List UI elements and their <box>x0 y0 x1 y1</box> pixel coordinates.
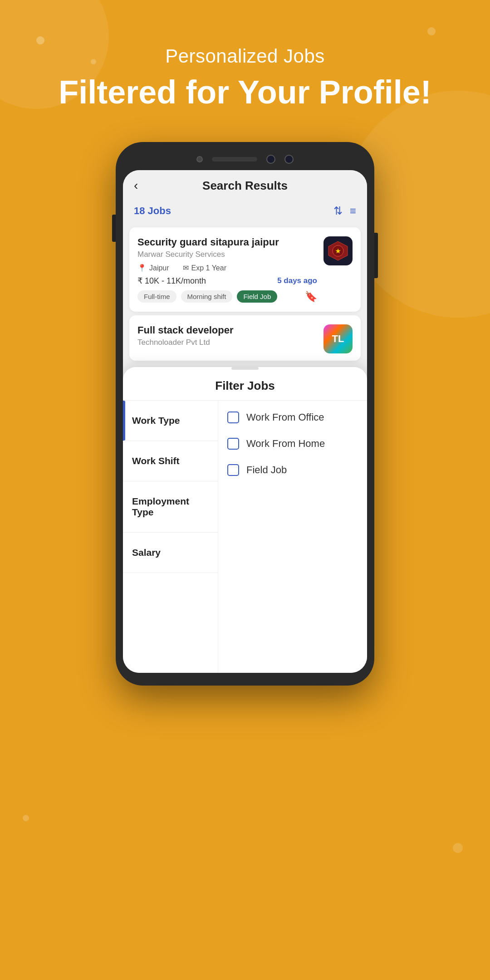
header-section: Personalized Jobs Filtered for Your Prof… <box>0 0 490 128</box>
job-card-2[interactable]: Full stack developer Technoloader Pvt Lt… <box>129 315 361 361</box>
phone-container: ‹ Search Results 18 Jobs ⇅ ≡ Security gu… <box>116 142 374 686</box>
job-company: Marwar Security Services <box>137 250 317 259</box>
header-title: Filtered for Your Profile! <box>27 74 463 110</box>
job-location: 📍 Jaipur <box>137 264 169 272</box>
job-tag-morning: Morning shift <box>181 290 233 303</box>
header-subtitle: Personalized Jobs <box>27 45 463 67</box>
filter-content: Work From Office Work From Home Field Jo… <box>218 401 367 673</box>
job-salary: ₹ 10K - 11K/month <box>137 276 206 286</box>
filter-option-field-job[interactable]: Field Job <box>227 464 358 476</box>
bg-dot-5 <box>453 843 463 853</box>
page-title: Search Results <box>202 179 288 193</box>
phone-sensor <box>284 155 294 164</box>
company-logo-2: TL <box>323 324 353 353</box>
phone-front-camera <box>266 155 275 164</box>
filter-option-work-from-home[interactable]: Work From Home <box>227 438 358 450</box>
checkbox-field-job[interactable] <box>227 464 239 476</box>
filter-sidebar-employment-type[interactable]: Employment Type <box>123 481 218 533</box>
bookmark-icon[interactable]: 🔖 <box>305 291 317 303</box>
filter-icon[interactable]: ≡ <box>350 205 356 217</box>
phone-shell: ‹ Search Results 18 Jobs ⇅ ≡ Security gu… <box>116 142 374 686</box>
job-title-2: Full stack developer <box>137 324 323 336</box>
job-meta: 📍 Jaipur ✉ Exp 1 Year <box>137 264 317 272</box>
phone-screen: ‹ Search Results 18 Jobs ⇅ ≡ Security gu… <box>123 170 367 673</box>
sort-icon[interactable]: ⇅ <box>333 205 343 217</box>
svg-text:★: ★ <box>335 248 341 255</box>
job-days-ago: 5 days ago <box>277 276 317 285</box>
filter-sidebar-salary[interactable]: Salary <box>123 533 218 573</box>
checkbox-work-from-office[interactable] <box>227 412 239 423</box>
job-card-header: Security guard sitapura jaipur Marwar Se… <box>137 236 353 303</box>
job-card-1[interactable]: Security guard sitapura jaipur Marwar Se… <box>129 227 361 312</box>
phone-camera-dot <box>196 156 203 162</box>
job-card-2-header: Full stack developer Technoloader Pvt Lt… <box>137 324 353 353</box>
job-title: Security guard sitapura jaipur <box>137 236 317 248</box>
bg-dot-4 <box>23 815 29 821</box>
phone-top-bar <box>123 155 367 170</box>
label-field-job: Field Job <box>246 464 287 476</box>
company-logo-1: ★ <box>323 236 353 265</box>
job-experience: ✉ Exp 1 Year <box>183 264 226 272</box>
phone-volume-button <box>112 215 116 242</box>
checkbox-work-from-home[interactable] <box>227 438 239 450</box>
filter-option-work-from-office[interactable]: Work From Office <box>227 412 358 423</box>
label-work-from-office: Work From Office <box>246 412 324 423</box>
job-tag-fieldjob: Field Job <box>237 290 277 303</box>
results-bar: 18 Jobs ⇅ ≡ <box>123 201 367 224</box>
back-button[interactable]: ‹ <box>134 178 138 193</box>
job-company-2: Technoloader Pvt Ltd <box>137 338 323 347</box>
results-actions: ⇅ ≡ <box>333 205 356 217</box>
app-topbar: ‹ Search Results <box>123 170 367 201</box>
filter-sidebar: Work Type Work Shift Employment Type Sal… <box>123 401 218 673</box>
results-count: 18 Jobs <box>134 205 171 217</box>
filter-sidebar-work-type[interactable]: Work Type <box>123 401 218 441</box>
job-salary-row: ₹ 10K - 11K/month 5 days ago <box>137 276 317 286</box>
filter-sidebar-work-shift[interactable]: Work Shift <box>123 441 218 481</box>
filter-bottom-sheet: Filter Jobs Work Type Work Shift Employm… <box>123 367 367 673</box>
filter-panel: Work Type Work Shift Employment Type Sal… <box>123 401 367 673</box>
job-info: Security guard sitapura jaipur Marwar Se… <box>137 236 317 303</box>
location-icon: 📍 <box>137 264 147 272</box>
label-work-from-home: Work From Home <box>246 438 325 450</box>
phone-speaker <box>212 157 257 162</box>
phone-power-button <box>374 233 378 278</box>
job-card-bottom: Full-time Morning shift Field Job 🔖 <box>137 290 317 303</box>
job-card-2-info: Full stack developer Technoloader Pvt Lt… <box>137 324 323 352</box>
sheet-title: Filter Jobs <box>123 370 367 400</box>
briefcase-icon: ✉ <box>183 264 189 272</box>
job-tag-fulltime: Full-time <box>137 290 176 303</box>
job-tags: Full-time Morning shift Field Job <box>137 290 277 303</box>
